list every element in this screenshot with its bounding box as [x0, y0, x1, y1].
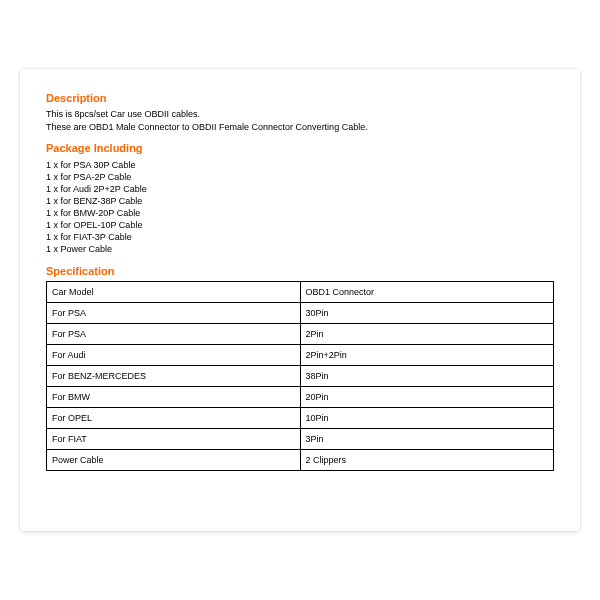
list-item: 1 x Power Cable [46, 243, 554, 255]
list-item: 1 x for FIAT-3P Cable [46, 231, 554, 243]
table-cell: For Audi [47, 345, 301, 366]
table-row: For OPEL 10Pin [47, 408, 554, 429]
table-cell: 38Pin [300, 366, 554, 387]
table-row: For BMW 20Pin [47, 387, 554, 408]
table-cell: 30Pin [300, 303, 554, 324]
table-cell: 2 Clippers [300, 450, 554, 471]
table-row: For Audi 2Pin+2Pin [47, 345, 554, 366]
list-item: 1 x for Audi 2P+2P Cable [46, 183, 554, 195]
package-heading: Package Including [46, 141, 554, 156]
table-cell: For PSA [47, 324, 301, 345]
product-card: Description This is 8pcs/set Car use OBD… [20, 69, 580, 532]
description-text: This is 8pcs/set Car use OBDII cables. T… [46, 108, 554, 132]
package-list: 1 x for PSA 30P Cable 1 x for PSA-2P Cab… [46, 159, 554, 256]
table-row: Car Model OBD1 Connector [47, 282, 554, 303]
table-row: For FIAT 3Pin [47, 429, 554, 450]
list-item: 1 x for PSA 30P Cable [46, 159, 554, 171]
table-row: For PSA 30Pin [47, 303, 554, 324]
table-cell: Car Model [47, 282, 301, 303]
table-cell: For FIAT [47, 429, 301, 450]
table-row: For BENZ-MERCEDES 38Pin [47, 366, 554, 387]
table-cell: For BMW [47, 387, 301, 408]
table-cell: 3Pin [300, 429, 554, 450]
list-item: 1 x for PSA-2P Cable [46, 171, 554, 183]
table-cell: 10Pin [300, 408, 554, 429]
table-row: For PSA 2Pin [47, 324, 554, 345]
list-item: 1 x for BMW-20P Cable [46, 207, 554, 219]
table-cell: Power Cable [47, 450, 301, 471]
table-cell: 2Pin+2Pin [300, 345, 554, 366]
table-cell: For BENZ-MERCEDES [47, 366, 301, 387]
description-line: These are OBD1 Male Connector to OBDII F… [46, 121, 554, 133]
spec-heading: Specification [46, 264, 554, 279]
list-item: 1 x for OPEL-10P Cable [46, 219, 554, 231]
table-cell: For PSA [47, 303, 301, 324]
table-row: Power Cable 2 Clippers [47, 450, 554, 471]
table-cell: 2Pin [300, 324, 554, 345]
table-cell: For OPEL [47, 408, 301, 429]
table-cell: 20Pin [300, 387, 554, 408]
table-cell: OBD1 Connector [300, 282, 554, 303]
description-heading: Description [46, 91, 554, 106]
spec-table: Car Model OBD1 Connector For PSA 30Pin F… [46, 281, 554, 471]
list-item: 1 x for BENZ-38P Cable [46, 195, 554, 207]
description-line: This is 8pcs/set Car use OBDII cables. [46, 108, 554, 120]
